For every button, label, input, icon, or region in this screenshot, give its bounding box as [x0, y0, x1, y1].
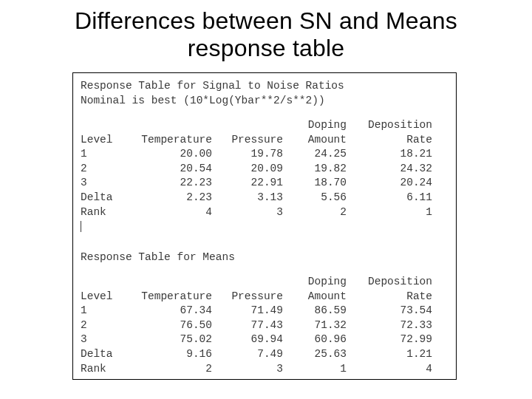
col-temperature-label: Temperature — [125, 290, 212, 304]
cell: Rank — [81, 205, 125, 220]
col-pressure-label: Pressure — [212, 133, 283, 148]
cell: 6.11 — [347, 191, 432, 205]
means-body: 1 67.34 71.49 86.59 73.54 2 76.50 77.43 … — [81, 304, 432, 376]
cell: 69.94 — [212, 332, 283, 347]
col-pressure-label: Pressure — [212, 290, 283, 304]
cell: 5.56 — [283, 191, 347, 205]
col-deposition: Deposition — [347, 275, 432, 290]
cell: 3 — [81, 332, 125, 347]
table-row: Delta 2.23 3.13 5.56 6.11 — [81, 191, 432, 205]
cell: 1 — [81, 304, 125, 318]
cell: 20.24 — [347, 176, 432, 191]
cell: 24.32 — [347, 162, 432, 177]
cell: 2.23 — [125, 191, 212, 205]
cell: 3 — [81, 176, 125, 191]
cell: 19.82 — [283, 162, 347, 177]
cell: 72.99 — [347, 332, 432, 347]
cell: 86.59 — [283, 304, 347, 318]
cell: 22.91 — [212, 176, 283, 191]
cell: 20.09 — [212, 162, 283, 177]
cell: 4 — [347, 362, 432, 377]
sn-table: Doping Deposition Level Temperature Pres… — [81, 118, 432, 219]
cell: 71.32 — [283, 318, 347, 333]
cell: Delta — [81, 347, 125, 362]
col-doping-label: Amount — [283, 133, 347, 148]
cell: 7.49 — [212, 347, 283, 362]
title-line-2: response table — [188, 35, 345, 61]
cell: 76.50 — [125, 318, 212, 333]
cell: 75.02 — [125, 332, 212, 347]
col-doping: Doping — [283, 275, 347, 290]
col-temperature — [125, 275, 212, 290]
cell: 9.16 — [125, 347, 212, 362]
cell: 3 — [212, 362, 283, 377]
cell: 2 — [283, 205, 347, 220]
col-level-label: Level — [81, 133, 125, 148]
cell: 18.70 — [283, 176, 347, 191]
cell: 73.54 — [347, 304, 432, 318]
cell: Delta — [81, 191, 125, 205]
sn-heading: Response Table for Signal to Noise Ratio… — [81, 79, 449, 94]
table-row: 2 76.50 77.43 71.32 72.33 — [81, 318, 432, 333]
means-heading: Response Table for Means — [81, 250, 449, 265]
table-row: Rank 2 3 1 4 — [81, 362, 432, 377]
slide-title: Differences between SN and Means respons… — [0, 0, 532, 62]
cell: 25.63 — [283, 347, 347, 362]
cell: 3.13 — [212, 191, 283, 205]
col-doping-label: Amount — [283, 290, 347, 304]
cell: 1.21 — [347, 347, 432, 362]
col-doping: Doping — [283, 118, 347, 133]
cell: 19.78 — [212, 147, 283, 162]
table-row: 2 20.54 20.09 19.82 24.32 — [81, 162, 432, 177]
table-row: 3 75.02 69.94 60.96 72.99 — [81, 332, 432, 347]
cell: 1 — [81, 147, 125, 162]
cell: 22.23 — [125, 176, 212, 191]
cell: 4 — [125, 205, 212, 220]
table-row: 1 20.00 19.78 24.25 18.21 — [81, 147, 432, 162]
text-cursor-icon — [81, 221, 81, 232]
sn-subheading: Nominal is best (10*Log(Ybar**2/s**2)) — [81, 94, 449, 109]
col-level — [81, 275, 125, 290]
table-row: Delta 9.16 7.49 25.63 1.21 — [81, 347, 432, 362]
cell: 2 — [81, 162, 125, 177]
cell: 2 — [81, 318, 125, 333]
col-level — [81, 118, 125, 133]
table-row: 1 67.34 71.49 86.59 73.54 — [81, 304, 432, 318]
table-row: 3 22.23 22.91 18.70 20.24 — [81, 176, 432, 191]
col-pressure — [212, 275, 283, 290]
means-table: Doping Deposition Level Temperature Pres… — [81, 275, 432, 376]
col-level-label: Level — [81, 290, 125, 304]
cell: 20.54 — [125, 162, 212, 177]
title-line-1: Differences between SN and Means — [75, 7, 457, 34]
col-deposition-label: Rate — [347, 290, 432, 304]
cell: 72.33 — [347, 318, 432, 333]
cell: Rank — [81, 362, 125, 377]
col-pressure — [212, 118, 283, 133]
cell: 2 — [125, 362, 212, 377]
col-deposition-label: Rate — [347, 133, 432, 148]
col-temperature-label: Temperature — [125, 133, 212, 148]
table-row: Rank 4 3 2 1 — [81, 205, 432, 220]
col-temperature — [125, 118, 212, 133]
col-deposition: Deposition — [347, 118, 432, 133]
cell: 67.34 — [125, 304, 212, 318]
cell: 18.21 — [347, 147, 432, 162]
cell: 20.00 — [125, 147, 212, 162]
cell: 1 — [347, 205, 432, 220]
cell: 3 — [212, 205, 283, 220]
cell: 60.96 — [283, 332, 347, 347]
cell: 24.25 — [283, 147, 347, 162]
cell: 1 — [283, 362, 347, 377]
cell: 71.49 — [212, 304, 283, 318]
slide: Differences between SN and Means respons… — [0, 0, 532, 399]
cell: 77.43 — [212, 318, 283, 333]
sn-body: 1 20.00 19.78 24.25 18.21 2 20.54 20.09 … — [81, 147, 432, 219]
output-panel: Response Table for Signal to Noise Ratio… — [72, 72, 457, 380]
